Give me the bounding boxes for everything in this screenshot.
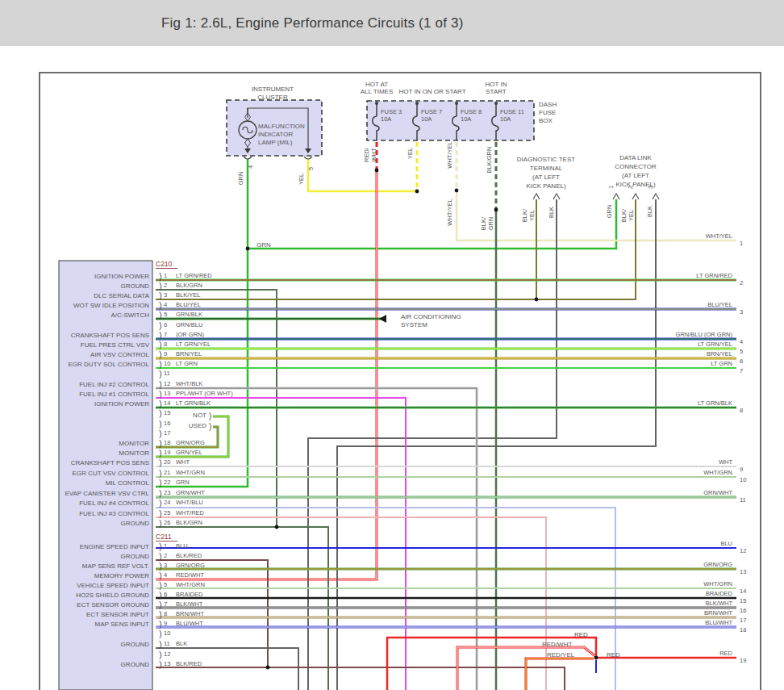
pin-wire-label: (OR GRN) bbox=[176, 331, 204, 338]
exit-wire-label: LT GRN/RED bbox=[696, 272, 732, 279]
fuse-amp-label: 10A bbox=[381, 115, 391, 123]
pin-circuit-label: GROUND bbox=[120, 553, 149, 560]
pin-wire-label: GRN/ORG bbox=[176, 439, 205, 446]
wire-yel-cluster bbox=[308, 159, 417, 191]
pin-circuit-label: MAP SENS INPUT bbox=[95, 621, 150, 628]
exit-number: 12 bbox=[740, 547, 746, 554]
rotated-wire-label: YEL bbox=[298, 174, 305, 185]
pin-number: 12 bbox=[164, 380, 170, 387]
pin-number: 15 bbox=[164, 409, 170, 416]
pin-bracket-icon: ) bbox=[159, 552, 161, 561]
pin-bracket-icon: ) bbox=[159, 600, 161, 609]
pin-bracket-icon: ) bbox=[159, 360, 161, 369]
rotated-wire-label: YEL bbox=[407, 148, 414, 159]
diagram-label: (AT LEFT bbox=[622, 172, 649, 179]
wire-c210-12 bbox=[156, 388, 477, 690]
pin-number: 4 bbox=[164, 301, 167, 308]
exit-number: 15 bbox=[740, 597, 746, 604]
rotated-wire-label: GRN bbox=[487, 217, 494, 231]
pin-circuit-label: GROUND bbox=[120, 661, 149, 668]
pin-circuit-label: CRANKSHAFT POS SENS bbox=[71, 332, 149, 339]
rotated-wire-label: 3 bbox=[647, 186, 654, 189]
junction-dot bbox=[494, 208, 498, 212]
rotated-wire-label: 1 bbox=[607, 186, 615, 189]
pin-wire-label: GRN/ORG bbox=[176, 562, 205, 569]
junction-dot bbox=[415, 190, 419, 194]
junction-dot bbox=[375, 169, 379, 173]
pin-number: 8 bbox=[164, 610, 167, 617]
pin-number: 8 bbox=[164, 341, 167, 348]
rotated-wire-label: RED/ bbox=[363, 147, 370, 162]
wiring-diagram-canvas: FUSE 310AFUSE 710AFUSE 810AFUSE 1110AINS… bbox=[0, 0, 784, 690]
pin-circuit-label: MAP SENS REF VOLT. bbox=[82, 562, 149, 570]
pin-wire-label: LT GRN bbox=[176, 360, 198, 367]
rotated-wire-label: GRN bbox=[606, 205, 613, 219]
junction-dot bbox=[266, 666, 270, 670]
pin-circuit-label: ECT SENSOR GROUND bbox=[77, 601, 149, 608]
pin-number: 13 bbox=[164, 390, 170, 397]
exit-number: 19 bbox=[740, 657, 746, 664]
pin-circuit-label: ECT SENSOR INPUT bbox=[86, 611, 149, 618]
pin-bracket-icon: ) bbox=[159, 439, 161, 448]
fuse-label: FUSE 3 bbox=[381, 108, 402, 115]
diagram-label: KICK PANEL) bbox=[526, 182, 566, 190]
wire-c211-2 bbox=[156, 560, 268, 667]
pin-circuit-label: MONITOR bbox=[119, 450, 149, 457]
diagram-label: INSTRUMENT bbox=[252, 86, 294, 93]
diagram-label: FUSE bbox=[539, 109, 556, 116]
rotated-wire-label: YEL bbox=[528, 210, 536, 221]
pin-wire-label: WHT/GRN bbox=[176, 581, 205, 588]
pin-wire-label: RED/WHT bbox=[176, 571, 204, 579]
pin-number: 25 bbox=[164, 509, 170, 516]
pin-number: 24 bbox=[164, 499, 170, 506]
pin-number: 2 bbox=[164, 552, 167, 559]
diagram-label: NOT bbox=[193, 412, 206, 419]
pin-wire-label: BRN/WHT bbox=[176, 610, 204, 617]
pin-circuit-label: FUEL INJ #1 CONTROL bbox=[79, 391, 149, 398]
diagram-label: START bbox=[486, 88, 507, 95]
pin-number: 6 bbox=[164, 321, 167, 328]
exit-number: 3 bbox=[740, 308, 743, 316]
fuse-amp-label: 10A bbox=[500, 115, 511, 123]
pin-bracket-icon: ) bbox=[159, 390, 161, 399]
pin-number: 11 bbox=[164, 640, 170, 647]
exit-number: 2 bbox=[740, 279, 743, 286]
exit-wire-label: WHT/YEL bbox=[706, 232, 732, 240]
pin-circuit-label: FUEL INJ #4 CONTROL bbox=[79, 500, 149, 507]
pin-wire-label: BRAIDED bbox=[176, 591, 203, 598]
pin-number: 10 bbox=[164, 629, 170, 637]
pin-circuit-label: IGNITION POWER bbox=[94, 400, 149, 408]
pin-bracket-icon: ) bbox=[159, 420, 161, 429]
exit-wire-label: BRN/WHT bbox=[704, 609, 732, 617]
exit-wire-label: BLU/WHT bbox=[705, 619, 732, 626]
pin-number: 20 bbox=[164, 458, 170, 466]
wire-stripe-c210-12 bbox=[156, 388, 477, 690]
exit-number: 4 bbox=[740, 338, 743, 345]
pin-bracket-icon: ) bbox=[159, 341, 161, 349]
exit-wire-label: BRN/YEL bbox=[707, 350, 732, 358]
junction-dot bbox=[594, 656, 598, 660]
ac-system-arrow-icon bbox=[379, 315, 386, 323]
diagram-label: HOT IN bbox=[486, 81, 507, 88]
pin-wire-label: WHT/BLK bbox=[176, 380, 202, 387]
pin-circuit-label: FUEL PRES CTRL VSV bbox=[81, 341, 150, 349]
pin-bracket-icon: ) bbox=[159, 542, 161, 551]
pin-bracket-icon: ) bbox=[159, 321, 161, 330]
diagram-label: AIR CONDITIONING bbox=[401, 313, 461, 320]
pin-bracket-icon: ) bbox=[159, 350, 161, 359]
pin-bracket-icon: ) bbox=[159, 311, 161, 320]
pin-number: 4 bbox=[164, 571, 167, 579]
pin-bracket-icon: ) bbox=[159, 591, 161, 600]
pin-number: 10 bbox=[164, 360, 170, 367]
diagram-label: RED bbox=[574, 631, 588, 638]
up-arrow-icon bbox=[653, 194, 659, 199]
pin-number: 3 bbox=[164, 291, 167, 299]
pin-circuit-label: EGR CUT VSV CONTROL bbox=[73, 470, 150, 477]
pin-number: 18 bbox=[164, 439, 170, 446]
pin-bracket-icon: ) bbox=[159, 640, 161, 649]
pin-number: 23 bbox=[164, 489, 170, 496]
wire-c211-13 bbox=[156, 667, 565, 690]
pin-circuit-label: GROUND bbox=[120, 641, 149, 648]
pin-circuit-label: FUEL INJ #2 CONTROL bbox=[79, 381, 149, 388]
pin-wire-label: LT GRN/YEL bbox=[176, 341, 211, 348]
